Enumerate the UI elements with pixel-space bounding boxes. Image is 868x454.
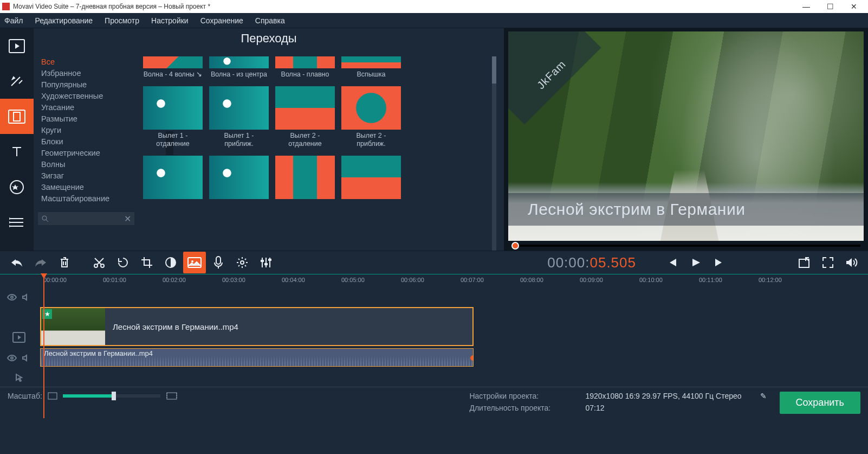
record-audio-button[interactable]: [207, 252, 230, 273]
ruler-tick: 00:07:00: [461, 277, 484, 283]
transition-label: Вспышка: [341, 71, 401, 79]
window-close-button[interactable]: ✕: [842, 2, 866, 11]
category-item[interactable]: Избранное: [38, 68, 137, 79]
menu-edit[interactable]: Редактирование: [35, 16, 93, 25]
category-item[interactable]: Блоки: [38, 136, 137, 148]
settings-button[interactable]: [231, 252, 254, 273]
category-panel: ВсеИзбранноеПопулярныеХудожественныеУгас…: [38, 33, 137, 251]
window-titlebar: Movavi Video Suite – 7-дневная пробная в…: [0, 0, 868, 13]
prev-frame-button[interactable]: [661, 252, 683, 273]
side-tool-strip: [0, 28, 34, 251]
audio-clip-handle[interactable]: [470, 355, 474, 361]
preview-panel: JkFam Лесной экстрим в Германии: [504, 28, 868, 251]
ruler-tick: 00:08:00: [520, 277, 543, 283]
transition-label: Волна - 4 волны ↘: [143, 71, 203, 79]
category-search[interactable]: ✕: [38, 212, 134, 225]
zoom-slider[interactable]: [63, 394, 160, 398]
fullscreen-button[interactable]: [817, 252, 839, 273]
ruler-tick: 00:09:00: [580, 277, 603, 283]
zoom-out-icon[interactable]: [48, 392, 57, 400]
ruler-tick: 00:06:00: [401, 277, 424, 283]
rotate-button[interactable]: [112, 252, 134, 273]
category-item[interactable]: Зигзаг: [38, 170, 137, 182]
category-item[interactable]: Художественные: [38, 91, 137, 102]
menu-view[interactable]: Просмотр: [105, 16, 139, 25]
search-clear-icon[interactable]: ✕: [124, 214, 131, 224]
transition-item[interactable]: [209, 156, 269, 199]
timeline-ruler[interactable]: 00:00:0000:01:0000:02:0000:03:0000:04:00…: [0, 274, 868, 287]
color-adjust-button[interactable]: [159, 252, 182, 273]
export-frame-button[interactable]: [793, 252, 815, 273]
svg-rect-18: [799, 259, 809, 267]
timecode-display: 00:00:05.505: [547, 254, 636, 271]
ruler-tick: 00:10:00: [639, 277, 663, 283]
svg-point-5: [9, 222, 10, 223]
eye-icon[interactable]: [7, 293, 17, 301]
transition-item[interactable]: [143, 156, 203, 199]
transition-item[interactable]: Вылет 1 - отдаление: [143, 86, 203, 148]
menu-file[interactable]: Файл: [4, 16, 23, 25]
volume-button[interactable]: [841, 252, 863, 273]
transition-item[interactable]: Волна - 4 волны ↘: [143, 56, 203, 79]
transition-item[interactable]: [275, 156, 335, 199]
eye-icon[interactable]: [7, 354, 17, 362]
transition-item[interactable]: Вылет 2 - отдаление: [275, 86, 335, 148]
menu-help[interactable]: Справка: [255, 16, 285, 25]
transition-item[interactable]: Вылет 1 - приближ.: [209, 86, 269, 148]
speaker-icon[interactable]: [22, 354, 31, 362]
category-item[interactable]: Размытие: [38, 113, 137, 125]
category-item[interactable]: Угасание: [38, 102, 137, 113]
transition-item[interactable]: Вылет 2 - приближ.: [341, 86, 401, 148]
project-settings-value: 1920x1080 16:9 29.97 FPS, 44100 Гц Стере…: [585, 392, 741, 400]
zoom-slider-knob[interactable]: [112, 392, 116, 400]
preview-seek-knob[interactable]: [511, 242, 519, 250]
fit-timeline-icon[interactable]: [166, 392, 178, 400]
undo-button[interactable]: [5, 252, 28, 273]
delete-button[interactable]: [53, 252, 76, 273]
preview-seek-bar[interactable]: [511, 245, 860, 247]
category-item[interactable]: Все: [38, 56, 137, 68]
play-button[interactable]: [685, 252, 707, 273]
project-duration-value: 07:12: [585, 404, 604, 412]
window-minimize-button[interactable]: —: [794, 2, 818, 11]
redo-button[interactable]: [29, 252, 52, 273]
category-item[interactable]: Масштабирование: [38, 193, 137, 204]
crop-button[interactable]: [135, 252, 158, 273]
speaker-icon[interactable]: [22, 293, 31, 301]
next-frame-button[interactable]: [709, 252, 730, 273]
side-more-button[interactable]: [0, 204, 34, 240]
equalizer-button[interactable]: [255, 252, 277, 273]
transition-item[interactable]: Волна - плавно: [275, 56, 335, 79]
cut-button[interactable]: [88, 252, 111, 273]
side-filters-button[interactable]: [0, 63, 34, 99]
timeline: 00:00:0000:01:0000:02:0000:03:0000:04:00…: [0, 274, 868, 418]
app-icon: [2, 3, 10, 10]
transition-item[interactable]: Вспышка: [341, 56, 401, 79]
side-media-button[interactable]: [0, 28, 34, 63]
transition-label: Вылет 2 - отдаление: [275, 132, 335, 148]
category-item[interactable]: Круги: [38, 125, 137, 136]
audio-clip[interactable]: Лесной экстрим в Германии..mp4: [40, 348, 474, 367]
save-button[interactable]: Сохранить: [780, 392, 860, 414]
transition-item[interactable]: [341, 156, 401, 199]
category-item[interactable]: Волны: [38, 159, 137, 170]
side-titles-button[interactable]: [0, 134, 34, 169]
category-item[interactable]: Замещение: [38, 182, 137, 193]
menu-settings[interactable]: Настройки: [151, 16, 189, 25]
menu-save[interactable]: Сохранение: [200, 16, 243, 25]
transitions-scrollbar[interactable]: [492, 56, 496, 251]
preview-video: JkFam Лесной экстрим в Германии: [508, 31, 864, 241]
clip-properties-button[interactable]: [183, 252, 206, 273]
side-transitions-button[interactable]: [0, 99, 34, 134]
svg-rect-2: [14, 112, 20, 121]
clip-thumbnail: ★: [41, 308, 105, 345]
window-maximize-button[interactable]: ☐: [818, 2, 842, 11]
edit-project-settings-icon[interactable]: ✎: [760, 392, 767, 400]
category-item[interactable]: Геометрические: [38, 148, 137, 159]
video-clip[interactable]: ★ Лесной экстрим в Германии..mp4: [40, 307, 474, 346]
category-item[interactable]: Популярные: [38, 79, 137, 91]
side-stickers-button[interactable]: [0, 169, 34, 204]
transition-item[interactable]: Волна - из центра: [209, 56, 269, 79]
playhead[interactable]: [43, 274, 44, 418]
svg-point-21: [11, 357, 13, 359]
